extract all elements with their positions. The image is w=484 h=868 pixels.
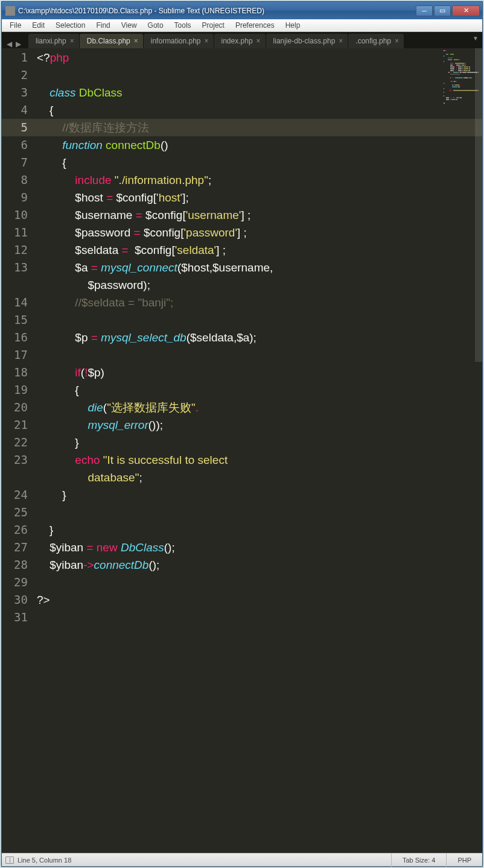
code-line[interactable] (37, 609, 482, 626)
gutter[interactable]: 1234567891011121314151617181920212223242… (2, 48, 37, 853)
close-icon[interactable]: × (70, 37, 74, 45)
scrollbar-vertical[interactable] (475, 48, 482, 853)
line-number[interactable]: 26 (2, 521, 37, 539)
close-button[interactable]: ✕ (452, 5, 480, 16)
line-number[interactable]: 23 (2, 451, 37, 469)
code-line[interactable]: <?php (37, 49, 482, 66)
line-number[interactable]: 13 (2, 259, 37, 276)
menu-tools[interactable]: Tools (169, 20, 197, 31)
minimize-button[interactable]: ─ (416, 5, 433, 16)
line-number[interactable] (2, 469, 37, 486)
code-line[interactable]: function connectDb() (37, 136, 482, 154)
line-number[interactable]: 18 (2, 364, 37, 381)
status-tabsize[interactable]: Tab Size: 4 (391, 854, 446, 867)
menu-view[interactable]: View (116, 20, 142, 31)
tab-lianjie-db-class-php[interactable]: lianjie-db-class.php× (266, 34, 348, 48)
line-number[interactable]: 20 (2, 399, 37, 416)
line-number[interactable]: 10 (2, 206, 37, 224)
line-number[interactable]: 28 (2, 556, 37, 574)
line-number[interactable]: 5 (2, 119, 37, 136)
line-number[interactable]: 31 (2, 609, 37, 626)
code-line[interactable]: $seldata = $config['seldata'] ; (37, 241, 482, 259)
code-line[interactable]: ?> (37, 591, 482, 609)
code-view[interactable]: <?php class DbClass { //数据库连接方法 function… (37, 48, 482, 853)
line-number[interactable]: 21 (2, 416, 37, 434)
line-number[interactable] (2, 276, 37, 294)
tab--config-php[interactable]: .config.php× (348, 34, 404, 48)
line-number[interactable]: 19 (2, 381, 37, 399)
code-line[interactable] (37, 311, 482, 329)
code-line[interactable]: mysql_error()); (37, 416, 482, 434)
close-icon[interactable]: × (395, 37, 399, 45)
tab-dropdown-icon[interactable]: ▼ (473, 35, 479, 42)
line-number[interactable]: 3 (2, 84, 37, 101)
tab-prev-icon[interactable]: ◀ (7, 40, 12, 48)
code-line[interactable]: echo "It is successful to select (37, 451, 482, 469)
close-icon[interactable]: × (339, 37, 343, 45)
close-icon[interactable]: × (205, 37, 209, 45)
code-line[interactable]: $password = $config['password'] ; (37, 224, 482, 241)
code-line[interactable]: $username = $config['username'] ; (37, 206, 482, 224)
code-line[interactable] (37, 574, 482, 591)
tab-index-php[interactable]: index.php× (214, 34, 266, 48)
code-line[interactable]: { (37, 101, 482, 119)
code-line[interactable]: } (37, 521, 482, 539)
menu-file[interactable]: File (4, 20, 27, 31)
line-number[interactable]: 22 (2, 434, 37, 451)
titlebar[interactable]: C:\xampp\htdocs\20170109\Db.Class.php - … (2, 2, 482, 19)
line-number[interactable]: 4 (2, 101, 37, 119)
code-line[interactable]: include "./information.php"; (37, 171, 482, 189)
status-position[interactable]: Line 5, Column 18 (18, 857, 71, 864)
code-line[interactable]: //数据库连接方法 (37, 119, 482, 136)
line-number[interactable]: 30 (2, 591, 37, 609)
tab-information-php[interactable]: information.php× (144, 34, 214, 48)
code-line[interactable]: die("选择数据库失败". (37, 399, 482, 416)
line-number[interactable]: 29 (2, 574, 37, 591)
status-syntax[interactable]: PHP (446, 854, 482, 867)
line-number[interactable]: 1 (2, 49, 37, 66)
code-line[interactable]: } (37, 486, 482, 504)
code-line[interactable] (37, 346, 482, 364)
menu-help[interactable]: Help (280, 20, 306, 31)
tab-Db-Class-php[interactable]: Db.Class.php× (80, 34, 143, 48)
close-icon[interactable]: × (256, 37, 261, 45)
close-icon[interactable]: × (134, 37, 138, 45)
line-number[interactable]: 17 (2, 346, 37, 364)
code-line[interactable] (37, 66, 482, 84)
line-number[interactable]: 15 (2, 311, 37, 329)
code-line[interactable]: database"; (37, 469, 482, 486)
line-number[interactable]: 12 (2, 241, 37, 259)
line-number[interactable]: 9 (2, 189, 37, 206)
line-number[interactable]: 7 (2, 154, 37, 171)
code-line[interactable]: class DbClass (37, 84, 482, 101)
code-line[interactable] (37, 504, 482, 521)
menu-edit[interactable]: Edit (27, 20, 50, 31)
minimap[interactable] (444, 49, 479, 104)
menu-find[interactable]: Find (91, 20, 115, 31)
tab-lianxi-php[interactable]: lianxi.php× (28, 34, 79, 48)
code-line[interactable]: $a = mysql_connect($host,$username, (37, 259, 482, 276)
line-number[interactable]: 27 (2, 539, 37, 556)
line-number[interactable]: 8 (2, 171, 37, 189)
line-number[interactable]: 6 (2, 136, 37, 154)
code-line[interactable]: //$seldata = "banji"; (37, 294, 482, 311)
line-number[interactable]: 11 (2, 224, 37, 241)
line-number[interactable]: 16 (2, 329, 37, 346)
line-number[interactable]: 2 (2, 66, 37, 84)
tab-nav[interactable]: ◀▶ (7, 40, 21, 48)
tab-next-icon[interactable]: ▶ (16, 40, 21, 48)
code-line[interactable]: $host = $config['host']; (37, 189, 482, 206)
code-line[interactable]: $yiban->connectDb(); (37, 556, 482, 574)
code-line[interactable]: { (37, 154, 482, 171)
line-number[interactable]: 25 (2, 504, 37, 521)
line-number[interactable]: 14 (2, 294, 37, 311)
code-line[interactable]: $p = mysql_select_db($seldata,$a); (37, 329, 482, 346)
code-line[interactable]: } (37, 434, 482, 451)
code-line[interactable]: { (37, 381, 482, 399)
menu-goto[interactable]: Goto (142, 20, 169, 31)
line-number[interactable]: 24 (2, 486, 37, 504)
menu-project[interactable]: Project (197, 20, 230, 31)
scroll-thumb[interactable] (475, 48, 482, 362)
code-line[interactable]: $password); (37, 276, 482, 294)
menu-selection[interactable]: Selection (50, 20, 91, 31)
